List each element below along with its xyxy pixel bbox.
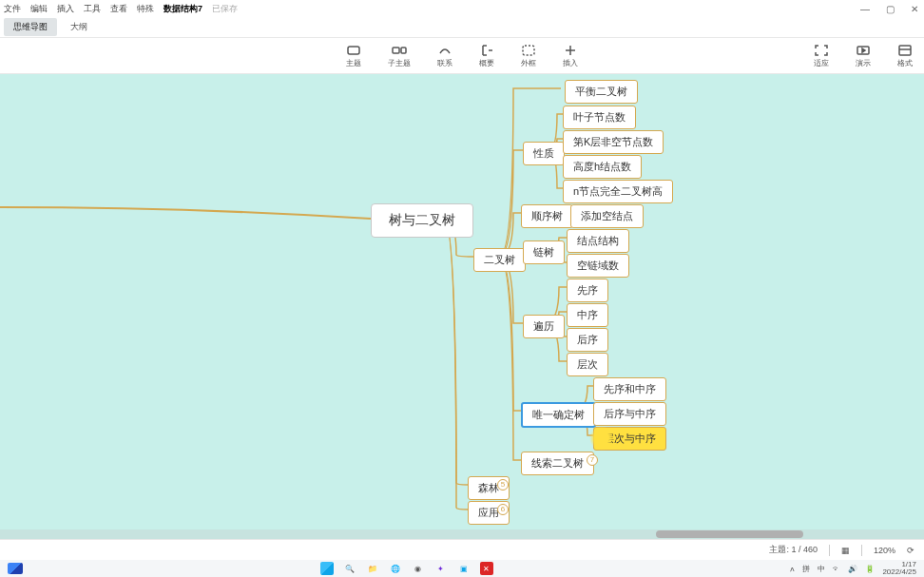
node-prop-k[interactable]: 第K层非空节点数 xyxy=(563,130,664,154)
taskbar-start-icon[interactable] xyxy=(320,562,334,575)
tool-fit[interactable]: 适应 xyxy=(814,44,829,68)
svg-rect-5 xyxy=(899,46,911,55)
menu-special[interactable]: 特殊 xyxy=(137,3,154,15)
tool-insert[interactable]: 插入 xyxy=(563,44,578,68)
node-uniq-po[interactable]: 后序与中序 xyxy=(593,402,666,426)
taskbar-app2-icon[interactable]: ▣ xyxy=(457,562,471,575)
tool-present-label: 演示 xyxy=(856,58,871,68)
svg-rect-0 xyxy=(348,47,359,54)
taskbar-center: 🔍 📁 🌐 ◉ ✦ ▣ ✕ xyxy=(320,562,493,575)
tray-vol-icon[interactable]: 🔊 xyxy=(848,565,857,573)
tool-boundary-label: 外框 xyxy=(521,58,536,68)
taskbar-tray: ʌ 拼 中 ᯤ 🔊 🔋 1/17 2022/4/25 xyxy=(790,561,916,576)
tab-outline[interactable]: 大纲 xyxy=(61,18,97,36)
tray-bat-icon[interactable]: 🔋 xyxy=(865,565,875,573)
fit-icon xyxy=(814,44,829,57)
tool-boundary[interactable]: 外框 xyxy=(521,44,536,68)
node-trav-level[interactable]: 层次 xyxy=(567,353,608,376)
collapse-thread[interactable]: 7 xyxy=(587,454,598,466)
subtopic-icon xyxy=(392,44,407,57)
tool-subtopic[interactable]: 子主题 xyxy=(388,44,411,68)
collapse-forest[interactable]: 5 xyxy=(497,479,509,490)
scrollbar-horizontal[interactable] xyxy=(0,529,924,539)
tool-format-label: 格式 xyxy=(897,58,913,68)
tool-topic[interactable]: 主题 xyxy=(346,44,361,68)
node-trav[interactable]: 遍历 xyxy=(523,315,565,338)
tray-pin-icon[interactable]: 拼 xyxy=(802,564,810,574)
taskbar-edge-icon[interactable]: 🌐 xyxy=(389,562,402,575)
node-chain[interactable]: 链树 xyxy=(523,240,565,264)
tool-subtopic-label: 子主题 xyxy=(388,58,411,68)
window-close-button[interactable]: ✕ xyxy=(909,4,920,14)
menu-insert[interactable]: 插入 xyxy=(57,3,74,15)
menu-edit[interactable]: 编辑 xyxy=(30,3,48,15)
boundary-icon xyxy=(521,44,536,57)
toolbar: 主题 子主题 联系 概要 外框 插入 适应 演示 xyxy=(0,38,924,74)
svg-rect-3 xyxy=(523,46,534,55)
node-thread[interactable]: 线索二叉树 xyxy=(521,452,594,475)
connectors xyxy=(0,74,924,539)
node-root[interactable]: 树与二叉树 xyxy=(371,203,473,238)
menu-bar: 文件 编辑 插入 工具 查看 特殊 数据结构7 已保存 — ▢ ✕ xyxy=(0,0,924,17)
plus-icon xyxy=(563,44,578,57)
link-icon xyxy=(437,44,452,57)
tool-present[interactable]: 演示 xyxy=(856,44,871,68)
tool-link[interactable]: 联系 xyxy=(437,44,452,68)
tool-format[interactable]: 格式 xyxy=(897,44,913,68)
tray-up-icon[interactable]: ʌ xyxy=(790,565,795,573)
node-uniq[interactable]: 唯一确定树 xyxy=(521,402,596,428)
node-prop-n[interactable]: n节点完全二叉树高 xyxy=(563,180,673,203)
taskbar-app3-icon[interactable]: ✕ xyxy=(480,562,493,575)
tool-link-label: 联系 xyxy=(437,58,452,68)
tab-mindmap[interactable]: 思维导图 xyxy=(4,18,57,36)
node-trav-post[interactable]: 后序 xyxy=(567,328,608,352)
present-icon xyxy=(856,44,871,57)
save-status: 已保存 xyxy=(212,3,238,15)
tray-wifi-icon[interactable]: ᯤ xyxy=(833,565,840,573)
tool-fit-label: 适应 xyxy=(814,58,829,68)
node-trav-in[interactable]: 中序 xyxy=(567,303,608,327)
status-zoom-sync[interactable]: ⟳ xyxy=(907,546,914,555)
tray-ime-icon[interactable]: 中 xyxy=(818,564,825,574)
node-seq[interactable]: 顺序树 xyxy=(521,204,573,228)
tray-clock[interactable]: 1/17 2022/4/25 xyxy=(882,561,916,576)
node-seq-add[interactable]: 添加空结点 xyxy=(570,204,644,228)
taskbar: 🔍 📁 🌐 ◉ ✦ ▣ ✕ ʌ 拼 中 ᯤ 🔊 🔋 1/17 2022/4/25 xyxy=(0,560,924,577)
collapse-app[interactable]: 6 xyxy=(497,504,509,515)
svg-rect-1 xyxy=(393,48,399,53)
taskbar-app1-icon[interactable]: ✦ xyxy=(434,562,448,575)
menu-tool[interactable]: 工具 xyxy=(84,3,101,15)
topic-icon xyxy=(346,44,361,57)
menu-view[interactable]: 查看 xyxy=(110,3,127,15)
node-prop[interactable]: 性质 xyxy=(523,142,565,165)
taskbar-search-icon[interactable]: 🔍 xyxy=(343,562,356,575)
canvas-wrap: 树与二叉树 平衡二叉树 性质 叶子节点数 第K层非空节点数 高度h结点数 n节点… xyxy=(0,74,924,539)
node-uniq-pi[interactable]: 先序和中序 xyxy=(593,377,666,401)
window-min-button[interactable]: — xyxy=(859,4,871,14)
node-trav-pre[interactable]: 先序 xyxy=(567,279,608,302)
status-bar: 主题: 1 / 460 ▦ 120% ⟳ xyxy=(0,539,924,560)
status-divider xyxy=(861,545,862,556)
status-grid-icon[interactable]: ▦ xyxy=(841,546,850,555)
node-chain-null[interactable]: 空链域数 xyxy=(567,254,629,278)
mindmap-canvas[interactable]: 树与二叉树 平衡二叉树 性质 叶子节点数 第K层非空节点数 高度h结点数 n节点… xyxy=(0,74,924,539)
scrollbar-thumb[interactable] xyxy=(656,530,803,538)
taskbar-chrome-icon[interactable]: ◉ xyxy=(412,562,425,575)
window-max-button[interactable]: ▢ xyxy=(884,4,895,14)
node-chain-node[interactable]: 结点结构 xyxy=(567,229,629,253)
status-zoom[interactable]: 120% xyxy=(874,546,895,555)
node-prop-h[interactable]: 高度h结点数 xyxy=(563,155,642,179)
window-controls: — ▢ ✕ xyxy=(859,4,920,14)
status-divider xyxy=(829,545,830,556)
node-balanced[interactable]: 平衡二叉树 xyxy=(565,80,638,104)
taskbar-explorer-icon[interactable]: 📁 xyxy=(366,562,379,575)
tool-insert-label: 插入 xyxy=(563,58,578,68)
taskbar-widgets-icon[interactable] xyxy=(8,563,23,574)
node-bin[interactable]: 二叉树 xyxy=(473,248,526,272)
tool-summary[interactable]: 概要 xyxy=(479,44,494,68)
format-icon xyxy=(897,44,913,57)
tray-clock-line2: 2022/4/25 xyxy=(882,567,916,576)
menu-file[interactable]: 文件 xyxy=(4,3,21,15)
node-uniq-li[interactable]: 层次与中序 xyxy=(593,427,666,451)
node-prop-leaf[interactable]: 叶子节点数 xyxy=(563,106,636,129)
